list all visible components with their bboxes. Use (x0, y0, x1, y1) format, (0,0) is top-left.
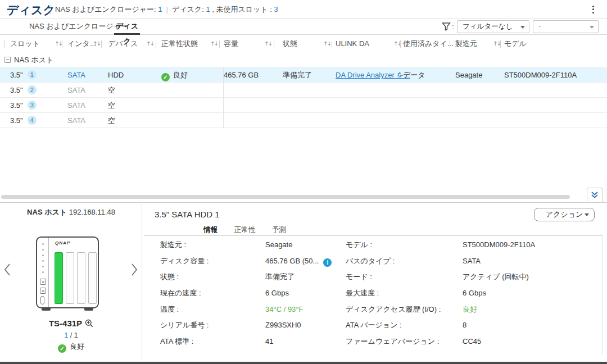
field-value: 6 Gbps (265, 285, 289, 302)
title-divider (51, 4, 51, 15)
qnap-logo: QNAP (55, 240, 70, 245)
page-title: ディスク (7, 2, 55, 18)
field-value: 465.76 GB (50... (265, 257, 319, 265)
field-label: 最大速度 : (346, 285, 379, 302)
field-value: SATA (463, 253, 481, 270)
view-tabbar: NAS およびエンクロージャー ディスク : フィルターなし - (0, 19, 607, 35)
field-value: CC45 (463, 334, 481, 350)
field-value: アクティブ (回転中) (463, 269, 529, 285)
field-value-temperature: 34°C / 93°F (265, 302, 303, 318)
drive-bay-4-empty (88, 252, 97, 304)
capacity: 465.76 GB (224, 67, 259, 82)
field-value: Z993SXH0 (265, 317, 301, 334)
tab-health[interactable]: 正常性 (234, 225, 256, 235)
field-label: モード : (346, 269, 372, 285)
device-status: ✓良好 (0, 342, 142, 353)
crumb-disk-label: ディスク: (172, 5, 206, 13)
interface-link[interactable]: SATA (67, 67, 85, 82)
field-value: 41 (265, 334, 273, 350)
carousel-next-icon[interactable] (129, 262, 139, 277)
page-header: ディスク NAS およびエンクロージャー: 1|ディスク: 1 , 未使用スロッ… (0, 0, 607, 19)
status: 準備完了 (283, 67, 312, 82)
table-row[interactable]: 3.5"3 SATA 空 (0, 98, 607, 113)
crumb-divider: | (162, 5, 172, 13)
table-row[interactable]: 3.5"4 SATA 空 (0, 113, 607, 128)
collapse-panel-button[interactable] (587, 188, 603, 203)
health-good-icon: ✓ (161, 73, 170, 81)
sort-icon[interactable]: ↑↓ (210, 35, 218, 53)
field-value-io-history: 良好 (463, 302, 477, 318)
col-slot[interactable]: スロット (10, 35, 40, 53)
more-options-icon[interactable] (588, 4, 598, 15)
device-power-button (40, 279, 46, 285)
zoom-in-icon[interactable] (85, 319, 93, 329)
crumb-enclosure-label: NAS およびエンクロージャー: (55, 5, 158, 13)
manufacturer: Seagate (455, 67, 482, 82)
col-capacity[interactable]: 容量 (224, 35, 238, 53)
horizontal-scrollbar[interactable] (1, 195, 570, 199)
drive-bay-1-occupied (55, 252, 63, 304)
sort-icon[interactable]: ↑↓ (323, 35, 330, 53)
disk-manager-screen: ディスク NAS およびエンクロージャー: 1|ディスク: 1 , 未使用スロッ… (0, 0, 607, 364)
col-model[interactable]: モデル (504, 35, 527, 53)
sort-icon[interactable]: ↑↓ (393, 35, 401, 53)
chevron-down-icon (590, 26, 594, 29)
device-copy-button (40, 288, 46, 294)
filter-select[interactable]: フィルターなし (457, 20, 529, 33)
field-label: 温度 : (160, 302, 179, 318)
sort-icon[interactable]: ↑↓ (146, 35, 153, 53)
table-row[interactable]: 3.5"1 SATA HDD ✓良好 465.76 GB 準備完了 DA Dri… (0, 67, 607, 83)
disk-detail-pane: 3.5" SATA HDD 1 アクション 情報 正常性 予測 製造元 : Se… (142, 203, 607, 362)
slot-size: 3.5" (10, 71, 23, 79)
sort-icon[interactable]: ↑↓ (264, 35, 271, 53)
disk-detail-title: 3.5" SATA HDD 1 (155, 210, 220, 219)
carousel-prev-icon[interactable] (2, 262, 12, 277)
action-dropdown-button[interactable]: アクション (534, 208, 595, 221)
device-type: 空 (108, 113, 115, 128)
window-bottom-edge (0, 362, 607, 364)
table-row[interactable]: 3.5"2 SATA 空 (0, 83, 607, 98)
device-model: TS-431P (49, 319, 82, 328)
col-interface[interactable]: インタ... (67, 35, 96, 53)
filter-secondary-select[interactable]: - (533, 20, 599, 33)
tab-disk[interactable]: ディスク (114, 19, 140, 35)
filter-icon (442, 22, 451, 31)
interface-label: SATA (67, 98, 85, 112)
interface-label: SATA (67, 113, 85, 128)
device-status-label: 良好 (70, 342, 84, 351)
tab-prediction[interactable]: 予測 (272, 225, 286, 235)
col-health-status[interactable]: 正常性状態 (161, 35, 198, 53)
crumb-disk-count: 1 (206, 5, 210, 13)
field-label: ディスク容量 : (160, 253, 209, 270)
sort-icon[interactable]: ↑↓ (493, 35, 500, 53)
pager-total: / 1 (68, 331, 78, 339)
disk-table-header: スロット ↑↓ インタ... ↑↓ デバイス ↑↓ 正常性状態 ↑↓ 容量 ↑↓… (0, 35, 607, 53)
drive-bay-2-empty (66, 252, 74, 304)
sort-icon[interactable]: ↑↓ (93, 35, 100, 53)
field-value: 8 (463, 317, 466, 334)
col-status[interactable]: 状態 (283, 35, 297, 53)
field-value: 準備完了 (265, 269, 295, 285)
tab-information[interactable]: 情報 (203, 225, 218, 235)
slot-size: 3.5" (10, 101, 23, 110)
info-icon[interactable]: i (323, 258, 332, 267)
ulink-da-link[interactable]: DA Drive Analyzer を... (336, 67, 410, 82)
tabs-divider (144, 235, 603, 236)
col-used-type[interactable]: 使用済みタイ... (403, 35, 454, 53)
detail-scrollbar-track (603, 236, 603, 354)
slot-number-badge: 2 (28, 85, 37, 94)
used-type: データ (403, 67, 425, 82)
health-status: 良好 (173, 71, 188, 79)
field-label: モデル : (346, 237, 372, 253)
collapse-group-icon[interactable] (4, 57, 11, 63)
col-device[interactable]: デバイス (108, 35, 138, 53)
double-chevron-down-icon (590, 190, 599, 199)
device-model-row: TS-431P (0, 319, 142, 329)
sort-icon[interactable]: ↑↓ (55, 35, 62, 53)
col-ulink-da[interactable]: ULINK DA (336, 35, 369, 53)
field-label: シリアル番号 : (160, 317, 209, 334)
device-pane-title: NAS ホスト 192.168.11.48 (0, 207, 142, 217)
nas-device-illustration[interactable]: QNAP (36, 236, 99, 308)
field-label: ファームウェアバージョン : (346, 334, 439, 350)
col-manufacturer[interactable]: 製造元 (455, 35, 477, 53)
